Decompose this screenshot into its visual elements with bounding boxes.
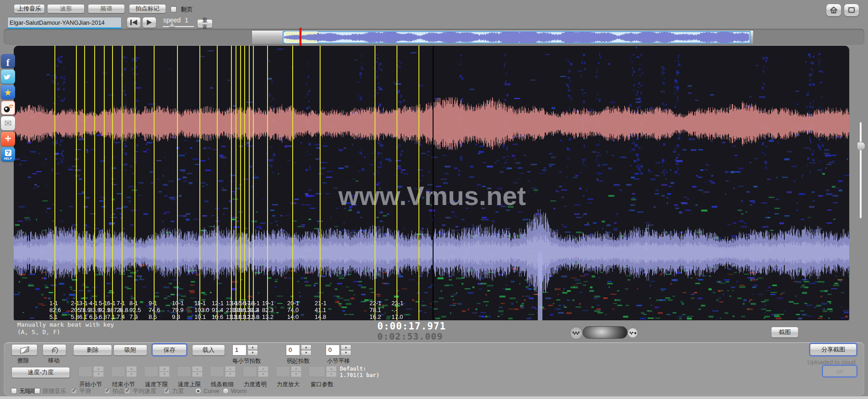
load-button[interactable]: 载入 [192, 345, 225, 356]
volume-slider[interactable] [583, 326, 627, 339]
page-turn-checkbox[interactable]: 翻页 [171, 5, 193, 14]
spectrogram-canvas[interactable] [14, 46, 849, 320]
bar-shift-spinner[interactable]: 0 ▲▼ [326, 345, 351, 356]
checkbox-follow-music[interactable]: 跟随音乐 [34, 387, 66, 395]
spectrum-label: 频谱 [101, 5, 113, 13]
checkbox-beat-points[interactable]: 拍点 [104, 387, 124, 395]
move-label: 移动 [48, 357, 59, 365]
uploaded-to-cloud-text: Uploaded to cloud [803, 359, 860, 366]
checkbox-no-hum[interactable]: 无嗡嗡 [11, 387, 37, 395]
play-button[interactable] [142, 17, 156, 28]
max-volume-icon[interactable] [627, 328, 638, 338]
beats-per-bar-down[interactable]: ▼ [247, 350, 258, 356]
spectrogram-panel [14, 46, 849, 320]
radio-curve[interactable]: Curve [195, 387, 220, 395]
window-param-spinner[interactable]: ▲▼ [309, 366, 337, 377]
more-share-icon[interactable]: + [1, 132, 15, 146]
spectrum-tab-button[interactable]: 频谱 [88, 4, 125, 13]
url-button[interactable]: url [823, 366, 857, 377]
beats-per-bar-value[interactable]: 1 [232, 345, 246, 356]
load-label: 载入 [203, 346, 214, 354]
email-share-icon[interactable]: ✉ [1, 116, 15, 130]
dyn-zoom-spinner[interactable]: ▲▼ [276, 366, 301, 377]
dyn-alpha-spinner[interactable]: ▲▼ [243, 366, 268, 377]
beats-per-bar-up[interactable]: ▲ [247, 345, 258, 350]
filename-input[interactable] [7, 17, 122, 29]
move-tool-button[interactable] [43, 344, 66, 356]
small-wave-glyph [572, 330, 580, 336]
bottom-strip [0, 396, 868, 399]
average-speed-label: 平均速度 [133, 388, 156, 394]
checkbox-smooth[interactable]: 平滑 [71, 387, 91, 395]
window-param-label: 窗口参数 [306, 381, 338, 388]
twitter-bird-glyph [3, 73, 13, 81]
overview-waveform-canvas[interactable] [252, 31, 753, 44]
help-icon[interactable]: ? HELP [1, 147, 15, 162]
twitter-share-icon[interactable] [1, 70, 15, 84]
vertical-zoom-handle[interactable] [857, 142, 865, 150]
pickup-beats-value[interactable]: 0 [286, 345, 300, 356]
help-text: HELP [4, 157, 12, 160]
rewind-icon [130, 20, 137, 25]
reset-label: 重置 [200, 17, 209, 31]
share-screenshot-button[interactable]: 分享截图 [810, 344, 857, 356]
upload-music-button[interactable]: 上传音乐 [14, 4, 45, 13]
checkbox-dynamics[interactable]: 力度 [164, 387, 184, 395]
waveform-label: 波形 [60, 5, 72, 13]
time-current: 0:00:17.971 [377, 321, 446, 332]
reset-speed-button[interactable]: 重置 [197, 19, 213, 28]
overview-bar[interactable] [252, 30, 754, 44]
share-screenshot-label: 分享截图 [821, 345, 845, 354]
waveform-tab-button[interactable]: 波形 [47, 4, 85, 13]
fullscreen-icon [847, 6, 856, 14]
pickup-beats-down[interactable]: ▼ [301, 350, 311, 356]
speed-min-spinner[interactable]: ▲▼ [144, 366, 170, 377]
min-volume-icon[interactable] [570, 327, 583, 340]
vertical-zoom-track[interactable] [860, 122, 862, 218]
delete-label: 删除 [87, 346, 99, 354]
speed-slider-track[interactable] [163, 26, 194, 27]
vmus-beat-marking-app: { "toolbar": { "upload": "上传音乐", "wavefo… [0, 0, 868, 399]
delete-button[interactable]: 删除 [73, 345, 112, 356]
screenshot-label: 截图 [779, 328, 791, 336]
pickup-beats-spinner[interactable]: 0 ▲▼ [286, 345, 311, 356]
start-bar-spinner[interactable]: ▲▼ [78, 366, 104, 377]
speed-value: 1 [185, 16, 188, 24]
upload-music-label: 上传音乐 [17, 5, 41, 13]
checkbox-average-speed[interactable]: 平均速度 [124, 387, 156, 395]
url-label: url [836, 368, 843, 375]
save-label: 保存 [164, 346, 176, 354]
home-button[interactable] [826, 4, 841, 16]
weibo-eye-glyph [3, 103, 14, 113]
overview-playhead-cursor[interactable] [300, 28, 301, 47]
save-button[interactable]: 保存 [152, 344, 187, 356]
weibo-share-icon[interactable] [1, 101, 15, 115]
envelope-glyph: ✉ [5, 118, 12, 129]
pickup-beats-up[interactable]: ▲ [301, 345, 311, 350]
erase-label: 擦除 [17, 357, 29, 365]
end-bar-spinner[interactable]: ▲▼ [111, 366, 137, 377]
qzone-share-icon[interactable]: ★ [1, 85, 15, 99]
beats-per-bar-label: 每小节拍数 [232, 357, 261, 365]
line-width-spinner[interactable]: ▲▼ [210, 366, 236, 377]
radio-worm[interactable]: Worm [223, 387, 246, 395]
qzone-star-glyph: ★ [4, 87, 12, 98]
screenshot-button[interactable]: 截图 [771, 327, 798, 338]
speed-dynamics-button[interactable]: 速度-力度 [11, 367, 70, 378]
rewind-button[interactable] [127, 17, 141, 28]
default-value: 1.701(1 bar) [340, 372, 380, 378]
speed-dynamics-label: 速度-力度 [28, 368, 54, 377]
snap-button[interactable]: 吸附 [113, 345, 147, 356]
beats-per-bar-spinner[interactable]: 1 ▲▼ [232, 345, 258, 356]
bar-shift-down[interactable]: ▼ [341, 350, 351, 356]
bar-shift-up[interactable]: ▲ [341, 345, 351, 350]
speed-max-spinner[interactable]: ▲▼ [177, 366, 203, 377]
bar-shift-value[interactable]: 0 [326, 345, 340, 356]
beat-mark-label: 拍点标记 [136, 5, 160, 13]
fullscreen-button[interactable] [844, 4, 859, 16]
erase-tool-button[interactable] [11, 344, 38, 356]
speed-slider-handle[interactable] [169, 22, 175, 27]
facebook-share-icon[interactable]: f [1, 54, 15, 68]
beat-mark-tab-button[interactable]: 拍点标记 [129, 4, 166, 13]
page-turn-checkbox-box[interactable] [171, 6, 177, 12]
